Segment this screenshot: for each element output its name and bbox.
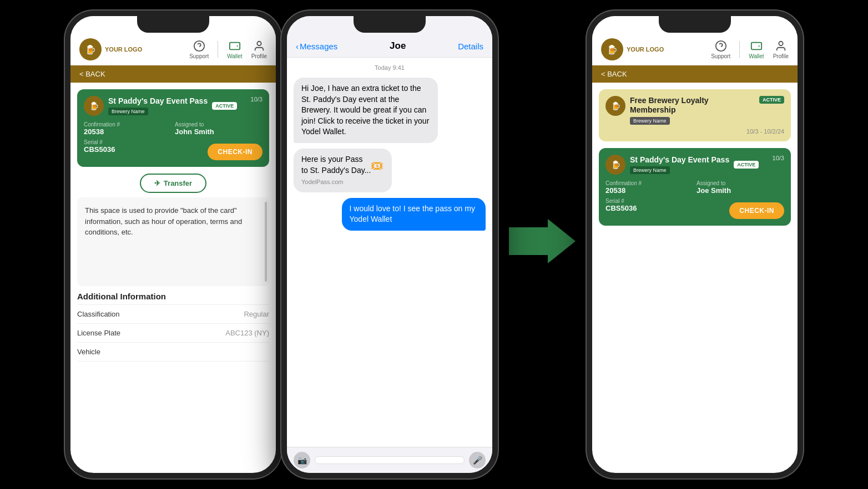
nav-profile-3[interactable]: Profile: [773, 40, 789, 59]
active-badge-3: ACTIVE: [734, 161, 759, 169]
svg-point-8: [779, 41, 783, 45]
loyalty-date-3: 10/3 - 10/2/24: [605, 128, 784, 135]
additional-title-1: Additional Information: [77, 292, 269, 301]
bubble-sent-1: I would love to! I see the pass on my Yo…: [294, 198, 486, 231]
nav-wallet-1[interactable]: Wallet: [227, 40, 242, 59]
nav-wallet-3[interactable]: Wallet: [749, 40, 764, 59]
pass-title-wrap-3: St Paddy's Day Event Pass Brewery Name: [630, 155, 729, 174]
nav-profile-label-3: Profile: [773, 53, 789, 59]
svg-point-3: [257, 41, 261, 45]
table-row-license: License Plate ABC123 (NY): [77, 324, 269, 343]
confirmation-value-3: 20538: [605, 186, 693, 195]
messages-content: ‹ Messages Joe Details Today 9:41 Hi Joe…: [287, 16, 492, 473]
mic-button[interactable]: 🎤: [469, 452, 486, 468]
transfer-label-1: Transfer: [164, 179, 192, 187]
nav-support-3[interactable]: Support: [711, 40, 730, 59]
pass-header-1: 🍺 St Paddy's Day Event Pass Brewery Name…: [84, 96, 263, 116]
license-value: ABC123 (NY): [225, 329, 269, 337]
pass-logo-1: 🍺: [84, 96, 104, 116]
pass-logo-3: 🍺: [605, 155, 625, 175]
pass-card-1: 🍺 St Paddy's Day Event Pass Brewery Name…: [77, 89, 269, 167]
bubble-text-1: Hi Joe, I have an extra ticket to the St…: [294, 78, 438, 143]
pass-ticket-icon: 🎟: [371, 156, 384, 175]
messages-detail-btn[interactable]: Details: [458, 42, 483, 51]
serial-label-1: Serial #: [84, 139, 171, 145]
pass-details-1: Confirmation # 20538 Assigned to John Sm…: [84, 121, 263, 160]
info-box-1: This space is used to provide "back of t…: [77, 197, 269, 286]
assigned-value-1: John Smith: [175, 128, 263, 136]
phone-1: 🍺 YOUR LOGO Support Wallet Profile: [65, 11, 281, 478]
top-nav-1: 🍺 YOUR LOGO Support Wallet Profile: [70, 16, 276, 65]
logo-icon-1: 🍺: [79, 38, 102, 60]
message-input[interactable]: [315, 456, 465, 464]
confirmation-group-3: Confirmation # 20538: [605, 180, 693, 195]
logo-area-1: 🍺 YOUR LOGO: [79, 38, 189, 60]
back-bar-3[interactable]: < BACK: [592, 65, 798, 83]
bubble-pass-preview[interactable]: Here is your Pass to St. Paddy's Day... …: [294, 149, 392, 192]
back-chevron: ‹: [296, 42, 299, 51]
pass-title-wrap-1: St Paddy's Day Event Pass Brewery Name: [108, 96, 208, 115]
table-row-classification: Classification Regular: [77, 305, 269, 324]
back-label-1: < BACK: [79, 70, 105, 78]
confirmation-label-3: Confirmation #: [605, 180, 693, 186]
logo-text-3: YOUR LOGO: [627, 46, 664, 53]
brewery-tag-3: Brewery Name: [630, 166, 670, 174]
assigned-label-3: Assigned to: [697, 180, 784, 186]
messages-input-bar: 📷 🎤: [287, 447, 492, 473]
logo-area-3: 🍺 YOUR LOGO: [601, 38, 711, 60]
classification-label: Classification: [77, 310, 120, 318]
nav-divider-3: [739, 41, 740, 58]
messages-contact-name: Joe: [390, 40, 406, 52]
nav-support-1[interactable]: Support: [189, 40, 209, 59]
nav-profile-label-1: Profile: [251, 53, 267, 59]
info-scrollbar-1[interactable]: [265, 202, 267, 282]
loyalty-header-3: 🍺 Free Brewery Loyalty Membership Brewer…: [605, 96, 784, 125]
checkin-button-1[interactable]: CHECK-IN: [208, 144, 263, 160]
brewery-tag-1: Brewery Name: [108, 108, 148, 115]
loyalty-active-badge-3: ACTIVE: [759, 96, 784, 104]
arrow-icon: [509, 219, 576, 271]
pass-details-3: Confirmation # 20538 Assigned to Joe Smi…: [605, 180, 784, 219]
nav-icons-3: Support Wallet Profile: [711, 40, 789, 59]
assigned-value-3: Joe Smith: [697, 186, 784, 195]
loyalty-brewery-tag-3: Brewery Name: [630, 117, 670, 125]
svg-rect-7: [751, 42, 761, 49]
assigned-group-1: Assigned to John Smith: [175, 121, 263, 136]
messages-back-btn[interactable]: ‹ Messages: [296, 42, 337, 51]
active-badge-1: ACTIVE: [212, 102, 237, 110]
checkin-row-1: CHECK-IN: [175, 139, 263, 160]
confirmation-group-1: Confirmation # 20538: [84, 121, 171, 136]
confirmation-value-1: 20538: [84, 128, 171, 136]
bubble-received-1: Hi Joe, I have an extra ticket to the St…: [294, 78, 486, 143]
info-text-1: This space is used to provide "back of t…: [85, 205, 261, 238]
serial-group-1: Serial # CBS5036: [84, 139, 171, 160]
top-nav-3: 🍺 YOUR LOGO Support Wallet Profile: [592, 16, 798, 65]
phone-messages: ‹ Messages Joe Details Today 9:41 Hi Joe…: [281, 11, 498, 478]
nav-support-label-3: Support: [711, 53, 730, 59]
checkin-button-3[interactable]: CHECK-IN: [729, 202, 784, 219]
camera-icon: 📷: [297, 456, 307, 465]
nav-support-label-1: Support: [189, 53, 209, 59]
back-bar-1[interactable]: < BACK: [70, 65, 276, 83]
pass-title-3: St Paddy's Day Event Pass: [630, 155, 729, 164]
transfer-icon-1: ✈: [154, 179, 160, 187]
pass-counter-1: 10/3: [251, 96, 263, 103]
transfer-button-1[interactable]: ✈ Transfer: [140, 174, 206, 193]
serial-label-3: Serial #: [605, 198, 693, 204]
pass-title-1: St Paddy's Day Event Pass: [108, 96, 208, 105]
assigned-label-1: Assigned to: [175, 121, 263, 128]
messages-date: Today 9:41: [294, 64, 486, 71]
nav-divider-1: [218, 41, 218, 58]
logo-text-1: YOUR LOGO: [105, 46, 142, 53]
confirmation-label-1: Confirmation #: [84, 121, 171, 128]
serial-value-3: CBS5036: [605, 204, 693, 212]
nav-profile-1[interactable]: Profile: [251, 40, 267, 59]
camera-button[interactable]: 📷: [294, 452, 310, 468]
classification-value: Regular: [244, 310, 269, 318]
messages-body: Today 9:41 Hi Joe, I have an extra ticke…: [287, 58, 492, 447]
pass-counter-3: 10/3: [773, 155, 784, 161]
pass-header-3: 🍺 St Paddy's Day Event Pass Brewery Name…: [605, 155, 784, 175]
checkin-row-3: CHECK-IN: [697, 198, 784, 219]
table-row-vehicle: Vehicle: [77, 343, 269, 361]
nav-icons-1: Support Wallet Profile: [189, 40, 267, 59]
